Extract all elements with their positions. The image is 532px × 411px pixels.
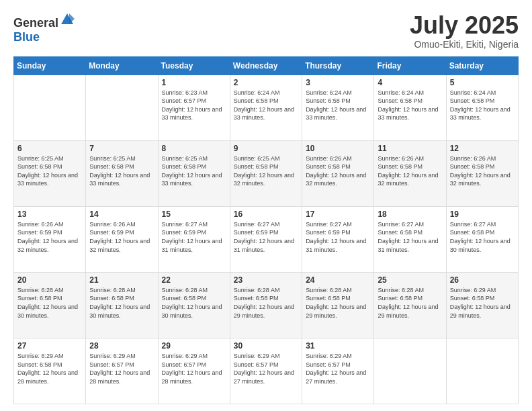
day-info: Sunrise: 6:25 AMSunset: 6:58 PMDaylight:… [234,155,294,187]
calendar-cell-2-4: 9 Sunrise: 6:25 AMSunset: 6:58 PMDayligh… [230,140,302,206]
calendar-cell-2-7: 12 Sunrise: 6:26 AMSunset: 6:58 PMDaylig… [446,140,518,206]
day-info: Sunrise: 6:27 AMSunset: 6:59 PMDaylight:… [234,221,294,253]
day-info: Sunrise: 6:28 AMSunset: 6:58 PMDaylight:… [306,287,366,319]
day-number: 20 [17,275,82,285]
day-info: Sunrise: 6:27 AMSunset: 6:58 PMDaylight:… [378,221,438,253]
calendar-cell-2-1: 6 Sunrise: 6:25 AMSunset: 6:58 PMDayligh… [14,140,86,206]
month-title: July 2025 [410,12,519,39]
col-saturday: Saturday [446,56,518,75]
calendar-cell-2-3: 8 Sunrise: 6:25 AMSunset: 6:58 PMDayligh… [158,140,230,206]
day-number: 14 [89,210,154,219]
day-number: 30 [234,341,298,351]
col-monday: Monday [86,56,158,75]
day-number: 16 [234,210,298,219]
calendar-cell-4-6: 25 Sunrise: 6:28 AMSunset: 6:58 PMDaylig… [374,272,446,338]
day-number: 15 [162,210,226,219]
logo-blue: Blue [13,30,40,44]
day-number: 13 [17,210,82,219]
day-number: 28 [89,341,154,351]
calendar-cell-4-5: 24 Sunrise: 6:28 AMSunset: 6:58 PMDaylig… [302,272,374,338]
day-number: 8 [162,144,226,153]
calendar-table: Sunday Monday Tuesday Wednesday Thursday… [13,56,519,404]
day-number: 11 [378,144,442,153]
day-info: Sunrise: 6:28 AMSunset: 6:58 PMDaylight:… [378,287,438,319]
calendar-cell-4-2: 21 Sunrise: 6:28 AMSunset: 6:58 PMDaylig… [86,272,158,338]
col-wednesday: Wednesday [230,56,302,75]
calendar-week-4: 20 Sunrise: 6:28 AMSunset: 6:58 PMDaylig… [14,272,519,338]
day-number: 23 [234,275,298,285]
day-number: 18 [378,210,442,219]
day-info: Sunrise: 6:27 AMSunset: 6:58 PMDaylight:… [450,221,511,253]
day-info: Sunrise: 6:29 AMSunset: 6:57 PMDaylight:… [162,353,222,385]
day-number: 12 [450,144,515,153]
calendar-header-row: Sunday Monday Tuesday Wednesday Thursday… [14,56,519,75]
calendar-cell-5-3: 29 Sunrise: 6:29 AMSunset: 6:57 PMDaylig… [158,338,230,404]
col-sunday: Sunday [14,56,86,75]
calendar-cell-3-1: 13 Sunrise: 6:26 AMSunset: 6:59 PMDaylig… [14,206,86,272]
day-info: Sunrise: 6:27 AMSunset: 6:59 PMDaylight:… [306,221,366,253]
calendar-cell-4-1: 20 Sunrise: 6:28 AMSunset: 6:58 PMDaylig… [14,272,86,338]
calendar-cell-3-3: 15 Sunrise: 6:27 AMSunset: 6:59 PMDaylig… [158,206,230,272]
calendar-cell-3-2: 14 Sunrise: 6:26 AMSunset: 6:59 PMDaylig… [86,206,158,272]
calendar-cell-5-2: 28 Sunrise: 6:29 AMSunset: 6:57 PMDaylig… [86,338,158,404]
day-info: Sunrise: 6:29 AMSunset: 6:57 PMDaylight:… [306,353,366,385]
calendar-cell-1-6: 4 Sunrise: 6:24 AMSunset: 6:58 PMDayligh… [374,75,446,140]
day-number: 9 [234,144,298,153]
day-info: Sunrise: 6:26 AMSunset: 6:58 PMDaylight:… [378,155,438,187]
day-number: 25 [378,275,442,285]
day-info: Sunrise: 6:24 AMSunset: 6:58 PMDaylight:… [234,89,294,122]
day-number: 17 [306,210,370,219]
logo-general: General [13,16,58,30]
calendar-cell-4-3: 22 Sunrise: 6:28 AMSunset: 6:58 PMDaylig… [158,272,230,338]
calendar-cell-5-7 [446,338,518,404]
day-info: Sunrise: 6:26 AMSunset: 6:58 PMDaylight:… [306,155,366,187]
day-info: Sunrise: 6:28 AMSunset: 6:58 PMDaylight:… [162,287,222,319]
calendar-cell-3-5: 17 Sunrise: 6:27 AMSunset: 6:59 PMDaylig… [302,206,374,272]
day-info: Sunrise: 6:29 AMSunset: 6:57 PMDaylight:… [89,353,150,385]
day-number: 1 [162,78,226,87]
day-info: Sunrise: 6:25 AMSunset: 6:58 PMDaylight:… [89,155,150,187]
day-number: 21 [89,275,154,285]
logo-icon [60,12,75,27]
calendar-cell-1-5: 3 Sunrise: 6:24 AMSunset: 6:58 PMDayligh… [302,75,374,140]
day-number: 31 [306,341,370,351]
calendar-cell-4-7: 26 Sunrise: 6:29 AMSunset: 6:58 PMDaylig… [446,272,518,338]
calendar-week-5: 27 Sunrise: 6:29 AMSunset: 6:58 PMDaylig… [14,338,519,404]
calendar-week-3: 13 Sunrise: 6:26 AMSunset: 6:59 PMDaylig… [14,206,519,272]
day-number: 19 [450,210,515,219]
calendar-cell-2-2: 7 Sunrise: 6:25 AMSunset: 6:58 PMDayligh… [86,140,158,206]
day-info: Sunrise: 6:26 AMSunset: 6:58 PMDaylight:… [450,155,511,187]
calendar-cell-5-5: 31 Sunrise: 6:29 AMSunset: 6:57 PMDaylig… [302,338,374,404]
day-number: 2 [234,78,298,87]
day-number: 4 [378,78,442,87]
day-info: Sunrise: 6:23 AMSunset: 6:57 PMDaylight:… [162,89,222,122]
day-number: 3 [306,78,370,87]
col-tuesday: Tuesday [158,56,230,75]
calendar-cell-1-4: 2 Sunrise: 6:24 AMSunset: 6:58 PMDayligh… [230,75,302,140]
day-number: 29 [162,341,226,351]
day-info: Sunrise: 6:28 AMSunset: 6:58 PMDaylight:… [89,287,150,319]
day-info: Sunrise: 6:27 AMSunset: 6:59 PMDaylight:… [162,221,222,253]
day-info: Sunrise: 6:28 AMSunset: 6:58 PMDaylight:… [234,287,294,319]
calendar-week-1: 1 Sunrise: 6:23 AMSunset: 6:57 PMDayligh… [14,75,519,140]
day-info: Sunrise: 6:29 AMSunset: 6:57 PMDaylight:… [234,353,294,385]
calendar-cell-4-4: 23 Sunrise: 6:28 AMSunset: 6:58 PMDaylig… [230,272,302,338]
col-thursday: Thursday [302,56,374,75]
day-number: 27 [17,341,82,351]
day-number: 10 [306,144,370,153]
col-friday: Friday [374,56,446,75]
day-number: 5 [450,78,515,87]
day-info: Sunrise: 6:25 AMSunset: 6:58 PMDaylight:… [17,155,78,187]
calendar-cell-3-6: 18 Sunrise: 6:27 AMSunset: 6:58 PMDaylig… [374,206,446,272]
calendar-cell-1-2 [86,75,158,140]
day-info: Sunrise: 6:26 AMSunset: 6:59 PMDaylight:… [17,221,78,253]
calendar-cell-3-4: 16 Sunrise: 6:27 AMSunset: 6:59 PMDaylig… [230,206,302,272]
calendar-cell-5-1: 27 Sunrise: 6:29 AMSunset: 6:58 PMDaylig… [14,338,86,404]
title-block: July 2025 Omuo-Ekiti, Ekiti, Nigeria [410,12,519,50]
calendar-cell-2-5: 10 Sunrise: 6:26 AMSunset: 6:58 PMDaylig… [302,140,374,206]
calendar-cell-1-3: 1 Sunrise: 6:23 AMSunset: 6:57 PMDayligh… [158,75,230,140]
day-info: Sunrise: 6:29 AMSunset: 6:58 PMDaylight:… [17,353,78,385]
header: General Blue July 2025 Omuo-Ekiti, Ekiti… [13,12,519,50]
calendar-week-2: 6 Sunrise: 6:25 AMSunset: 6:58 PMDayligh… [14,140,519,206]
calendar-cell-3-7: 19 Sunrise: 6:27 AMSunset: 6:58 PMDaylig… [446,206,518,272]
